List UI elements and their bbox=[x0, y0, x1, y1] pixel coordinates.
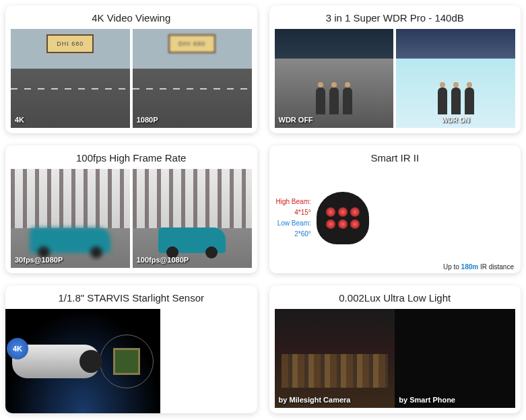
people-silhouettes bbox=[316, 88, 352, 114]
label-milesight: by Milesight Camera bbox=[279, 396, 351, 404]
label-wdr-off: WDR OFF bbox=[279, 116, 313, 124]
trees bbox=[133, 169, 252, 228]
bullet-camera-icon: 4K bbox=[12, 345, 100, 378]
4k-badge-icon: 4K bbox=[7, 338, 28, 359]
beam-labels: High Beam: 4*15° Low Beam: 2*60° bbox=[276, 197, 311, 240]
trees bbox=[11, 169, 130, 228]
comparison-right: DHI 680 1080P bbox=[133, 29, 252, 128]
card-4k-video: 4K Video Viewing DHI 680 4K DHI 680 1080… bbox=[5, 5, 257, 133]
comparison-left: by Milesight Camera bbox=[275, 309, 395, 408]
label-smartphone: by Smart Phone bbox=[399, 396, 455, 404]
card-smart-ir: Smart IR II High Beam: 4*15° Low Beam: 2… bbox=[269, 145, 521, 273]
card-body: 30fps@1080P 100fps@1080P bbox=[5, 169, 257, 273]
car-30fps bbox=[11, 169, 130, 268]
card-body: by Milesight Camera by Smart Phone bbox=[269, 309, 521, 413]
shelf-items bbox=[282, 354, 389, 388]
road-lines bbox=[11, 88, 130, 90]
comparison-right: 100fps@1080P bbox=[133, 169, 252, 268]
card-title: 3 in 1 Super WDR Pro - 140dB bbox=[269, 5, 521, 29]
card-title: 1/1.8" STARVIS Starlight Sensor bbox=[5, 285, 257, 309]
people-silhouettes bbox=[438, 88, 474, 114]
shop-smartphone bbox=[395, 309, 515, 408]
shop-milesight bbox=[275, 309, 395, 408]
license-plate-blurry: DHI 680 bbox=[168, 34, 216, 53]
high-beam-value: 4*15° bbox=[276, 207, 311, 218]
comparison-left: 30fps@1080P bbox=[11, 169, 130, 268]
card-title: 4K Video Viewing bbox=[5, 5, 257, 29]
label-100fps: 100fps@1080P bbox=[137, 256, 189, 264]
comparison-right: WDR ON bbox=[396, 29, 515, 128]
car-blurry bbox=[30, 228, 110, 253]
card-100fps: 100fps High Frame Rate 30fps@1080P 100fp… bbox=[5, 145, 257, 273]
label-wdr-on: WDR ON bbox=[442, 116, 470, 124]
comparison-right: by Smart Phone bbox=[395, 309, 515, 408]
car-100fps bbox=[133, 169, 252, 268]
label-1080p: 1080P bbox=[137, 116, 158, 124]
feature-grid: 4K Video Viewing DHI 680 4K DHI 680 1080… bbox=[5, 5, 521, 413]
lobby-wdr-off bbox=[275, 29, 394, 128]
ir-night-scenes bbox=[374, 217, 514, 219]
low-beam-label: Low Beam: bbox=[276, 218, 311, 229]
comparison-left: DHI 680 4K bbox=[11, 29, 130, 128]
lobby-wdr-on bbox=[396, 29, 515, 128]
car-sharp bbox=[158, 228, 226, 253]
card-body: DHI 680 4K DHI 680 1080P bbox=[5, 29, 257, 133]
low-beam-value: 2*60° bbox=[276, 229, 311, 240]
sensor-chip-icon bbox=[113, 348, 140, 375]
starvis-scene: 4K bbox=[5, 309, 160, 413]
card-title: 0.002Lux Ultra Low Light bbox=[269, 285, 521, 309]
card-body: 4K bbox=[5, 309, 257, 413]
ir-camera-icon bbox=[317, 192, 369, 244]
card-starvis: 1/1.8" STARVIS Starlight Sensor 4K bbox=[5, 285, 257, 413]
label-4k: 4K bbox=[15, 116, 24, 124]
ir-distance-caption: Up to 180m IR distance bbox=[443, 263, 514, 271]
card-wdr: 3 in 1 Super WDR Pro - 140dB WDR OFF WDR… bbox=[269, 5, 521, 133]
label-30fps: 30fps@1080P bbox=[15, 256, 63, 264]
license-plate: DHI 680 bbox=[46, 34, 94, 53]
card-title: 100fps High Frame Rate bbox=[5, 145, 257, 169]
high-beam-label: High Beam: bbox=[276, 197, 311, 207]
road-scene-4k: DHI 680 bbox=[11, 29, 130, 128]
card-low-light: 0.002Lux Ultra Low Light by Milesight Ca… bbox=[269, 285, 521, 413]
road-lines bbox=[133, 88, 252, 90]
road-scene-1080p: DHI 680 bbox=[133, 29, 252, 128]
comparison-left: WDR OFF bbox=[275, 29, 394, 128]
card-title: Smart IR II bbox=[269, 145, 521, 169]
sensor-icon bbox=[100, 335, 154, 388]
card-body: High Beam: 4*15° Low Beam: 2*60° Up to 1… bbox=[269, 169, 521, 273]
card-body: WDR OFF WDR ON bbox=[269, 29, 521, 133]
